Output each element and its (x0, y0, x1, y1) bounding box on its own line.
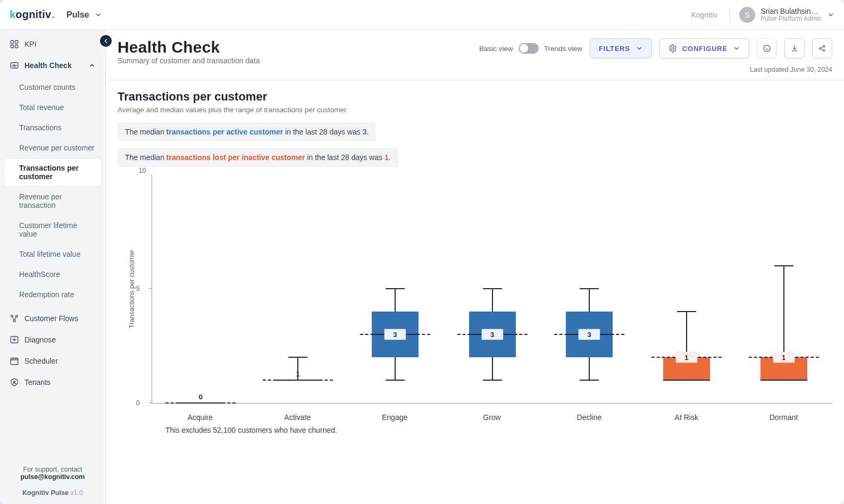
callout-inactive-link[interactable]: transactions lost per inactive customer (166, 153, 305, 162)
x-label: At Risk (638, 404, 735, 422)
box-at-risk: 1 (638, 174, 736, 403)
support-label: For support, contact (5, 466, 100, 473)
grid-icon (10, 39, 19, 49)
callout-active-link[interactable]: transactions per active customer (166, 128, 283, 136)
tenant-name[interactable]: Kognitiv (691, 11, 717, 19)
sidebar-sub-item[interactable]: Transactions per customer (4, 158, 101, 186)
svg-rect-1 (15, 40, 18, 43)
nav-scheduler[interactable]: Scheduler (4, 351, 101, 371)
sidebar-sub-item[interactable]: Total lifetime value (4, 245, 101, 264)
chevron-down-icon (733, 45, 740, 52)
svg-point-11 (672, 47, 674, 49)
sidebar-sub-item[interactable]: Redemption rate (4, 285, 101, 304)
nav-customer-flows-label: Customer Flows (24, 314, 78, 323)
user-name: Srian Bulathsin… (761, 7, 822, 15)
nav-diagnose[interactable]: Diagnose (4, 330, 101, 350)
logo-k: k (10, 9, 15, 21)
sidebar: KPI Health Check Customer countsTotal re… (0, 30, 106, 504)
chevron-down-icon (827, 11, 834, 19)
nav-tenants-label: Tenants (24, 378, 51, 387)
download-icon (790, 44, 799, 53)
sidebar-sub-item[interactable]: Revenue per transaction (4, 187, 101, 215)
box-decline: 3 (541, 174, 638, 403)
chart-footnote: This excludes 52,100 customers who have … (165, 426, 832, 434)
sidebar-sub-item[interactable]: Total revenue (4, 98, 101, 117)
configure-button[interactable]: CONFIGURE (659, 38, 749, 58)
brand-logo[interactable]: k ognitiv . (10, 9, 55, 21)
nav-customer-flows[interactable]: Customer Flows (4, 308, 101, 329)
section-title: Transactions per customer (118, 90, 832, 104)
share-icon (818, 44, 826, 53)
product-version: Kognitiv Pulse v1.0 (5, 489, 100, 497)
share-button[interactable] (812, 38, 832, 58)
toggle-switch[interactable] (519, 43, 539, 54)
support-email[interactable]: pulse@kognitiv.com (5, 473, 100, 481)
svg-rect-3 (15, 45, 18, 48)
calendar-icon (10, 356, 19, 366)
nav-diagnose-label: Diagnose (24, 335, 56, 344)
app-switch-label: Pulse (66, 10, 89, 20)
page-header: Health Check Summary of customer and tra… (106, 30, 844, 80)
ytick-10: 10 (139, 167, 146, 174)
svg-rect-2 (11, 45, 13, 48)
app-switcher[interactable]: Pulse (66, 10, 102, 20)
logo-rest: ognitiv (15, 9, 51, 21)
flow-icon (10, 314, 19, 323)
box-dormant: 1 (735, 174, 832, 403)
info-icon (763, 44, 771, 53)
diagnose-icon (10, 335, 19, 345)
x-label: Decline (540, 404, 638, 422)
nav-health-check-sub: Customer countsTotal revenueTransactions… (4, 77, 101, 307)
info-button[interactable] (757, 38, 777, 58)
sidebar-sub-item[interactable]: Customer counts (4, 78, 101, 97)
sidebar-footer: For support, contact pulse@kognitiv.com … (0, 458, 105, 504)
sidebar-sub-item[interactable]: Transactions (4, 118, 101, 137)
nav-tenants[interactable]: Tenants (4, 372, 101, 392)
nav-kpi[interactable]: KPI (4, 34, 101, 54)
nav-kpi-label: KPI (24, 40, 37, 48)
svg-point-10 (14, 381, 15, 383)
chevron-down-icon (95, 11, 102, 19)
heartbeat-icon (10, 61, 19, 70)
page-subtitle: Summary of customer and transaction data (118, 56, 260, 65)
view-toggle[interactable]: Basic view Trends view (479, 43, 582, 54)
basic-view-label: Basic view (479, 45, 513, 53)
sidebar-sub-item[interactable]: Customer lifetime value (4, 216, 101, 243)
chart: 10 Transactions per customer 0133311 05 … (118, 174, 832, 434)
section-subtitle: Average and median values plus the range… (118, 106, 832, 114)
download-button[interactable] (784, 38, 805, 58)
shield-user-icon (10, 377, 19, 387)
x-axis-labels: AcquireActivateEngageGrowDeclineAt RiskD… (152, 404, 832, 422)
x-label: Dormant (735, 404, 832, 422)
x-label: Engage (346, 404, 444, 422)
last-updated: Last updated: June 30, 2024 (750, 66, 832, 73)
sidebar-sub-item[interactable]: HealthScore (4, 265, 101, 284)
sidebar-sub-item[interactable]: Revenue per customer (4, 138, 101, 157)
chevron-down-icon (636, 45, 643, 52)
chart-plot: 0133311 05 (152, 174, 832, 404)
user-role: Pulse Platform Admin (761, 15, 822, 23)
user-menu[interactable]: S Srian Bulathsin… Pulse Platform Admin (729, 7, 834, 23)
callout-inactive: The median transactions lost per inactiv… (118, 148, 398, 167)
filters-button[interactable]: FILTERS (590, 38, 652, 58)
box-acquire: 0 (152, 174, 249, 403)
nav-health-check-label: Health Check (24, 61, 72, 70)
box-engage: 3 (346, 174, 444, 403)
sidebar-collapse-button[interactable] (100, 35, 112, 47)
svg-rect-9 (11, 358, 18, 365)
x-label: Activate (249, 404, 346, 422)
nav-health-check[interactable]: Health Check (4, 55, 101, 75)
trends-view-label: Trends view (544, 45, 582, 53)
gear-icon (668, 44, 677, 53)
x-label: Acquire (152, 404, 249, 422)
callout-active: The median transactions per active custo… (118, 122, 376, 141)
nav-scheduler-label: Scheduler (24, 357, 58, 365)
page-title: Health Check (118, 38, 260, 56)
avatar: S (739, 7, 755, 23)
x-label: Grow (444, 404, 541, 422)
svg-rect-0 (11, 40, 13, 43)
main: Health Check Summary of customer and tra… (106, 30, 844, 504)
chevron-up-icon (88, 62, 96, 69)
box-activate: 1 (249, 174, 347, 403)
logo-dot: . (52, 9, 55, 21)
